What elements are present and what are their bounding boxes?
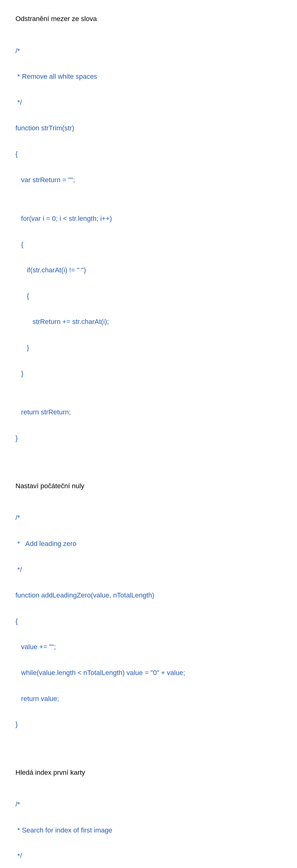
section-leading-zero: Nastaví počáteční nuly /* * Add leading … <box>16 479 281 757</box>
heading-1: Odstranění mezer ze slova <box>16 12 281 25</box>
heading-3: Hledá index první karty <box>16 766 281 779</box>
code-line: */ <box>16 96 281 109</box>
code-line: while(value.length < nTotalLength) value… <box>16 666 281 679</box>
code-line: * Remove all white spaces <box>16 70 281 83</box>
code-line: /* <box>16 512 281 524</box>
code-block-2: /* * Add leading zero */ function addLea… <box>16 499 281 757</box>
code-line: strReturn += str.charAt(i); <box>16 315 281 328</box>
code-line: value += ""; <box>16 641 281 653</box>
code-line: */ <box>16 563 281 576</box>
code-block-3: /* * Search for index of first image */ … <box>16 785 281 868</box>
code-line: var strReturn = ""; <box>16 174 281 187</box>
code-line: { <box>16 148 281 161</box>
code-line: * Search for index of first image <box>16 824 281 837</box>
code-line: { <box>16 290 281 303</box>
code-line: */ <box>16 849 281 863</box>
code-line: { <box>16 615 281 628</box>
code-line: if(str.charAt(i) != " ") <box>16 264 281 277</box>
code-line: /* <box>16 798 281 811</box>
code-line: return value; <box>16 692 281 705</box>
code-line: function strTrim(str) <box>16 122 281 135</box>
code-line: } <box>16 718 281 731</box>
code-line: function addLeadingZero(value, nTotalLen… <box>16 589 281 602</box>
code-line: * Add leading zero <box>16 537 281 550</box>
code-line: /* <box>16 44 281 57</box>
code-line: } <box>16 432 281 445</box>
section-remove-spaces: Odstranění mezer ze slova /* * Remove al… <box>16 12 281 470</box>
heading-2: Nastaví počáteční nuly <box>16 479 281 493</box>
code-block-1: /* * Remove all white spaces */ function… <box>16 31 281 470</box>
section-first-card: Hledá index první karty /* * Search for … <box>16 766 281 868</box>
code-line: } <box>16 367 281 380</box>
code-line: return strReturn; <box>16 406 281 419</box>
code-line: { <box>16 238 281 251</box>
code-line: for(var i = 0; i < str.length; i++) <box>16 212 281 225</box>
code-line: } <box>16 341 281 354</box>
